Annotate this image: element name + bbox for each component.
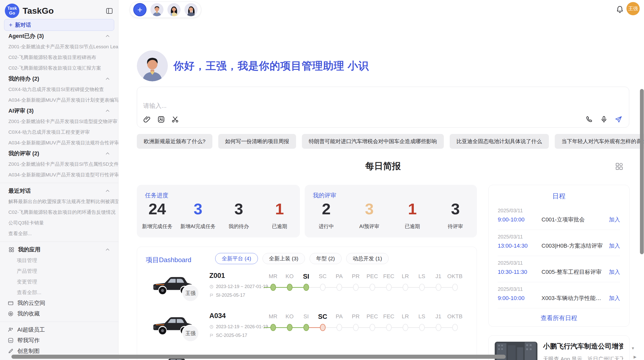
milestone-dot-OKTB [452, 284, 458, 291]
milestone-timeline: MRKOSISCPAPRPECFECLRLSJ1OKTB [265, 312, 468, 333]
event-join-link[interactable]: 加入 [609, 268, 620, 276]
chevron-up-icon[interactable] [105, 108, 110, 113]
milestone-dot-PA [336, 284, 342, 291]
scroll-down-arrow-icon[interactable]: ▼ [631, 346, 635, 350]
milestone-label: PR [347, 273, 364, 280]
layout-grid-icon[interactable] [615, 162, 623, 171]
stat-新增完成任务: 24新增完成任务 [137, 201, 178, 230]
divider [0, 183, 118, 183]
project-row-A034[interactable]: 王强A0342023-12-19 ~ 2026-01-19SC-2025-05-… [137, 310, 477, 350]
suggestion-chip[interactable]: 如何写一份清晰的项目周报 [218, 134, 296, 149]
sidebar-task-item[interactable]: Z001-全新燃油轻卡产品开发项目SI节点属性5D文件评审 [0, 159, 118, 170]
project-row-Z001[interactable]: 王强Z0012023-12-19 ~ 2027-01-19SI-2025-05-… [137, 270, 477, 310]
milestone-dot-SC [320, 284, 326, 291]
view-all-schedule-link[interactable]: 查看所有日程 [498, 314, 620, 322]
chevron-up-icon[interactable] [105, 247, 110, 252]
dashboard-tab[interactable]: 年型 (2) [310, 253, 342, 264]
notification-bell-icon[interactable] [615, 5, 624, 14]
flag-icon [209, 293, 214, 297]
suggestion-chip[interactable]: 当下年轻人对汽车外观有怎样的喜好趋势 [555, 134, 644, 149]
suggestion-chip[interactable]: 欧洲新规最近颁布了什么? [137, 134, 212, 149]
chevron-up-icon[interactable] [105, 34, 110, 39]
dashboard-tab[interactable]: 全新上装 (3) [262, 253, 305, 264]
milestone-label: LS [414, 313, 430, 320]
dashboard-tab[interactable]: 全新平台 (4) [215, 253, 258, 264]
event-date: 2025/03/11 [498, 208, 620, 214]
news-card[interactable]: 小鹏飞行汽车制造公司增资 天眼查 App 显示，近日广州汇天飞行汽... [488, 335, 630, 360]
phone-icon[interactable] [586, 115, 593, 123]
sidebar-tool-people[interactable]: AI超级员工 [0, 324, 118, 335]
sidebar-task-item[interactable]: A034-全新新能源MUV产品开发项目造型可行性评审 [0, 170, 118, 180]
agent-avatars [150, 3, 198, 16]
chevron-up-icon[interactable] [105, 76, 110, 81]
send-icon[interactable] [614, 115, 622, 123]
image-icon[interactable] [157, 115, 165, 123]
microphone-icon[interactable] [600, 115, 608, 123]
sidebar-task-item[interactable]: A034-全新新能源MUV产品开发项目法规符合性评审 [0, 138, 118, 148]
apps-view-all-link[interactable]: 查看全部... [0, 287, 118, 298]
sidebar-section-recent[interactable]: 最近对话 [0, 186, 118, 196]
recent-chat-item[interactable]: C02-飞腾新能源轻客改款项目的闭环通告反馈情况 [0, 207, 118, 218]
agent-avatar[interactable] [167, 3, 181, 16]
event-join-link[interactable]: 加入 [609, 216, 620, 223]
event-join-link[interactable]: 加入 [609, 242, 620, 250]
sidebar-task-item[interactable]: Z001-全新燃油皮卡产品开发项目SI节点Lesson Learn报告 [0, 41, 118, 52]
app-item[interactable]: 变更管理 [0, 276, 118, 287]
recent-chat-item[interactable]: 公司Q3轻卡销量 [0, 218, 118, 228]
sidebar-section-2-label: AI评审 (3) [8, 107, 34, 115]
agent-avatar[interactable] [184, 3, 198, 16]
chevron-up-icon[interactable] [105, 151, 110, 156]
recent-chat-item[interactable]: 解释最新出台的欧盟报废车法规再生塑料比例被调至15%... [0, 196, 118, 207]
event-join-link[interactable]: 加入 [609, 294, 620, 302]
suggestion-chip[interactable]: 特朗普可能对进口汽车增税会对中国车企造成哪些影响 [302, 134, 444, 149]
event-name: C003|H0B-方案冻结评审 [541, 242, 606, 250]
sidebar-task-item[interactable]: C02-飞腾新能源轻客改款项目里程碑画布 [0, 52, 118, 63]
sidebar-task-item[interactable]: C0X4-动力总成开发项目工程变更评审 [0, 127, 118, 138]
sidebar-collapse-icon[interactable] [106, 7, 113, 15]
scroll-right-arrow-icon[interactable]: ▶ [634, 355, 637, 359]
scissors-icon[interactable] [171, 115, 179, 123]
chevron-up-icon[interactable] [105, 188, 110, 193]
sidebar-section-1[interactable]: 我的待办 (2) [0, 73, 118, 84]
suggestion-chip[interactable]: 比亚迪全固态电池计划具体说了什么 [450, 134, 549, 149]
user-avatar[interactable]: 王强 [626, 2, 640, 15]
milestone-label: PEC [364, 313, 380, 320]
sidebar-my-apps[interactable]: 我的应用 [0, 244, 118, 255]
attachment-icon[interactable] [143, 115, 151, 123]
event-name: X003-车辆动力学性能验... [541, 294, 606, 302]
sidebar-section-2[interactable]: AI评审 (3) [0, 106, 118, 116]
horizontal-scrollbar[interactable] [11, 355, 506, 359]
vertical-scrollbar[interactable] [640, 89, 644, 254]
add-agent-button[interactable]: + [133, 3, 147, 16]
sidebar-item-star[interactable]: 我的收藏 [0, 308, 118, 319]
sidebar-tool-write[interactable]: 帮我写作 [0, 335, 118, 346]
dashboard-tab[interactable]: 动总开发 (1) [346, 253, 389, 264]
app-item[interactable]: 项目管理 [0, 255, 118, 266]
stat-新增AI完成任务: 3新增AI完成任务 [178, 201, 218, 230]
sidebar-task-item[interactable]: A034-全新新能源MUV产品开发项目计划变更表编写 [0, 95, 118, 106]
agent-avatar[interactable] [150, 3, 164, 16]
project-dates-text: 2023-12-19 ~ 2027-01-19 [216, 284, 268, 289]
app-item[interactable]: 产品管理 [0, 266, 118, 276]
milestone-dot-LR [403, 324, 408, 331]
star-icon [8, 311, 14, 317]
chat-input[interactable] [143, 100, 525, 111]
schedule-title: 日程 [498, 192, 620, 201]
sidebar-section-0[interactable]: Agent已办 (3) [0, 31, 118, 41]
recent-view-all-link[interactable]: 查看全部... [0, 228, 118, 239]
sidebar-task-item[interactable]: C02-飞腾新能源轻客改款项目立项汇报方案 [0, 63, 118, 73]
stat-label: 待评审 [434, 223, 477, 230]
sidebar-section-3[interactable]: 我的评审 (2) [0, 148, 118, 159]
event-name: C001-立项审批会 [541, 216, 606, 223]
project-owner-badge: 王强 [182, 284, 199, 302]
milestone-dot-PR [353, 284, 359, 291]
sidebar-item-cloud[interactable]: 我的云空间 [0, 298, 118, 308]
stat-label: 新增AI完成任务 [178, 223, 218, 230]
schedule-card: 日程 2025/03/119:00-10:00C001-立项审批会加入2025/… [488, 185, 630, 327]
sidebar-task-item[interactable]: Z001-全新燃油轻卡产品开发项目SI造型提交物评审 [0, 116, 118, 127]
stat-value: 3 [218, 201, 259, 217]
sidebar-task-item[interactable]: C0X4-动力总成开发项目SI里程碑提交物检查 [0, 84, 118, 95]
new-chat-button[interactable]: + 新对话 [4, 19, 114, 31]
sidebar-section-3-label: 我的评审 (2) [8, 150, 39, 157]
stat-进行中: 2进行中 [305, 201, 348, 230]
